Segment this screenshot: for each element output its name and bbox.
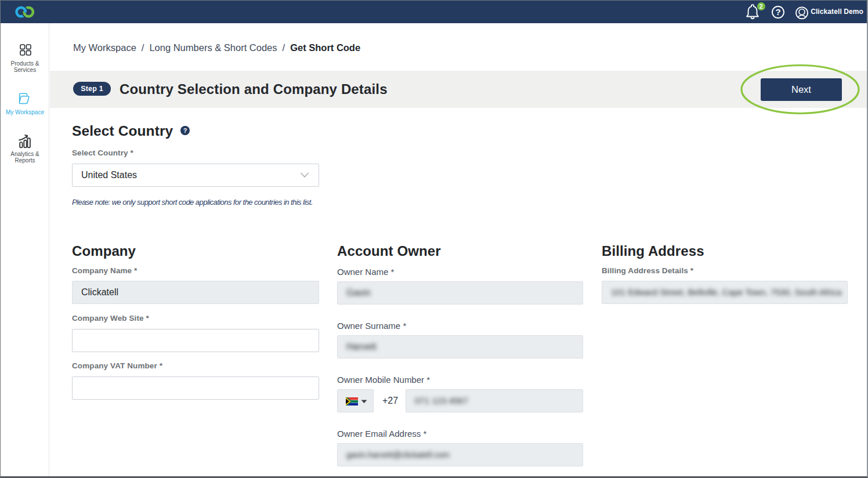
svg-text:?: ?: [775, 7, 780, 17]
